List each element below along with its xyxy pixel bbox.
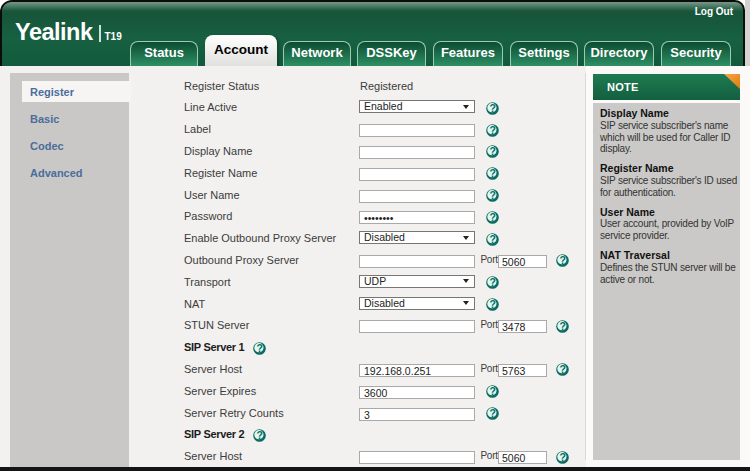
- svg-text:?: ?: [256, 342, 262, 354]
- svg-text:?: ?: [559, 364, 565, 376]
- svg-text:?: ?: [256, 429, 262, 441]
- svg-text:?: ?: [559, 255, 565, 267]
- svg-text:?: ?: [489, 102, 495, 114]
- svg-text:?: ?: [489, 407, 495, 419]
- svg-text:?: ?: [489, 189, 495, 201]
- svg-text:?: ?: [489, 167, 495, 179]
- svg-text:?: ?: [559, 451, 565, 463]
- svg-text:?: ?: [559, 320, 565, 332]
- svg-text:?: ?: [489, 233, 495, 245]
- svg-text:?: ?: [489, 298, 495, 310]
- svg-text:?: ?: [489, 385, 495, 397]
- svg-text:?: ?: [489, 146, 495, 158]
- svg-text:?: ?: [489, 211, 495, 223]
- svg-text:?: ?: [489, 276, 495, 288]
- svg-text:?: ?: [489, 124, 495, 136]
